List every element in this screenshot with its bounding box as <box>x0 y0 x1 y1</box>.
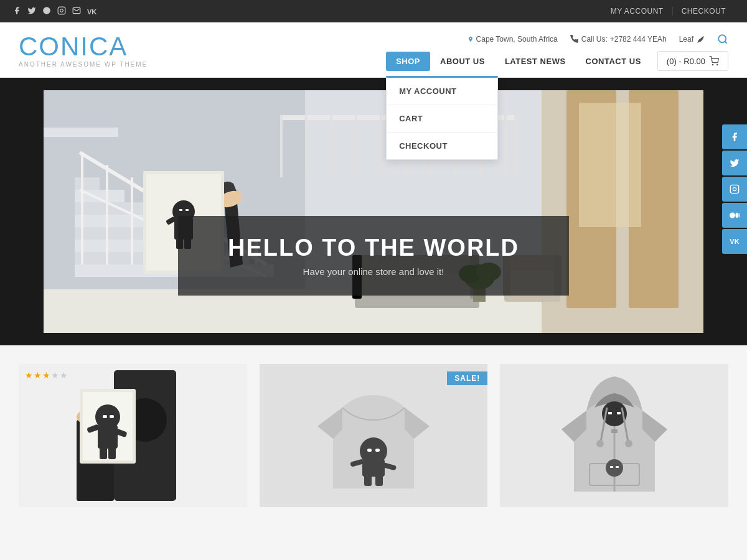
svg-point-107 <box>596 440 604 447</box>
header-right: Cape Town, South Africa Call Us: +2782 4… <box>386 34 728 71</box>
svg-rect-103 <box>608 412 612 414</box>
my-account-top-link[interactable]: MY ACCOUNT <box>602 7 672 16</box>
hero-title: HELLO TO THE WORLD <box>228 235 519 261</box>
social-sidebar: VK <box>722 124 747 254</box>
checkout-top-link[interactable]: CHECKOUT <box>672 7 735 16</box>
nav-contact-us[interactable]: CONTACT US <box>576 52 651 71</box>
svg-rect-95 <box>364 475 372 486</box>
cart-label: (0) - R0.00 <box>667 57 705 66</box>
svg-rect-92 <box>362 459 385 477</box>
star-1: ★ <box>25 370 33 380</box>
hero-overlay: HELLO TO THE WORLD Have your online stor… <box>178 216 569 296</box>
phone-info: Call Us: +2782 444 YEAh <box>570 35 667 44</box>
svg-rect-86 <box>100 447 107 459</box>
product-tshirt-svg <box>311 370 436 501</box>
cart-button[interactable]: (0) - R0.00 <box>657 51 728 71</box>
instagram-social-link[interactable] <box>57 6 66 17</box>
logo-area: CONICA ANOTHER AWESOME WP THEME <box>19 34 386 68</box>
dropdown-my-account[interactable]: MY ACCOUNT <box>387 78 497 105</box>
svg-rect-57 <box>380 115 382 177</box>
svg-rect-96 <box>375 475 383 486</box>
svg-rect-93 <box>367 449 372 452</box>
hero-subtitle: Have your online store and love it! <box>228 266 519 277</box>
svg-point-0 <box>43 7 50 14</box>
svg-point-5 <box>712 64 713 65</box>
sidebar-vk-btn[interactable]: VK <box>722 229 747 254</box>
svg-rect-56 <box>355 115 357 177</box>
search-icon[interactable] <box>717 34 728 45</box>
svg-rect-85 <box>110 415 114 418</box>
facebook-social-link[interactable] <box>12 6 21 17</box>
nav-about-us[interactable]: ABOUT US <box>430 52 495 71</box>
dropdown-cart[interactable]: CART <box>387 105 497 133</box>
svg-line-4 <box>725 41 726 43</box>
svg-rect-87 <box>108 447 116 459</box>
svg-rect-54 <box>305 115 308 177</box>
top-bar: VK MY ACCOUNT CHECKOUT <box>0 0 747 22</box>
hero-illustration <box>44 90 703 333</box>
svg-rect-69 <box>179 209 182 211</box>
svg-rect-100 <box>611 429 618 433</box>
social-links: VK <box>12 6 96 17</box>
product-rating-1: ★ ★ ★ ★ ★ <box>25 370 68 380</box>
product-poster-svg <box>64 370 201 501</box>
product-image-1: ★ ★ ★ ★ ★ <box>19 364 247 507</box>
sale-badge: SALE! <box>447 371 487 385</box>
svg-rect-104 <box>617 412 621 414</box>
vk-social-link[interactable]: VK <box>87 7 96 16</box>
site-tagline: ANOTHER AWESOME WP THEME <box>19 61 386 68</box>
sidebar-twitter-btn[interactable] <box>722 151 747 175</box>
top-nav-links: MY ACCOUNT CHECKOUT <box>602 7 735 16</box>
hero-section: HELLO TO THE WORLD Have your online stor… <box>0 78 747 345</box>
dropdown-checkout[interactable]: CHECKOUT <box>387 133 497 159</box>
star-4: ★ <box>51 370 59 380</box>
products-section: ★ ★ ★ ★ ★ <box>0 345 747 507</box>
leaf-info: Leaf <box>679 35 705 44</box>
svg-rect-83 <box>98 425 118 449</box>
svg-rect-39 <box>44 128 118 137</box>
nav-shop[interactable]: SHOP <box>386 52 430 71</box>
svg-point-108 <box>625 440 632 447</box>
shop-dropdown: MY ACCOUNT CART CHECKOUT <box>386 76 498 160</box>
location-info: Cape Town, South Africa <box>467 35 558 44</box>
star-3: ★ <box>42 370 50 380</box>
mail-social-link[interactable] <box>72 6 81 17</box>
svg-point-6 <box>717 64 718 65</box>
product-card-3[interactable] <box>500 364 728 507</box>
shop-nav-wrapper: SHOP MY ACCOUNT CART CHECKOUT <box>386 52 430 71</box>
product-card-2[interactable]: SALE! <box>260 364 488 507</box>
svg-rect-84 <box>103 415 107 418</box>
star-5: ★ <box>60 370 68 380</box>
sidebar-instagram-btn[interactable] <box>722 177 747 202</box>
svg-rect-22 <box>75 177 100 190</box>
sidebar-medium-btn[interactable] <box>722 203 747 228</box>
product-card-1[interactable]: ★ ★ ★ ★ ★ <box>19 364 247 507</box>
product-hoodie-svg <box>552 367 677 504</box>
twitter-social-link[interactable] <box>27 6 36 17</box>
google-social-link[interactable] <box>42 6 51 17</box>
svg-rect-14 <box>579 103 641 227</box>
svg-rect-1 <box>58 7 65 14</box>
svg-rect-62 <box>504 115 507 177</box>
svg-rect-30 <box>106 165 108 264</box>
header: CONICA ANOTHER AWESOME WP THEME Cape Tow… <box>0 22 747 78</box>
hero-image: HELLO TO THE WORLD Have your online stor… <box>44 90 703 333</box>
svg-rect-111 <box>610 466 613 468</box>
svg-rect-110 <box>608 466 621 469</box>
svg-rect-55 <box>330 115 332 177</box>
nav-latest-news[interactable]: LATEST NEWS <box>495 52 576 71</box>
products-grid: ★ ★ ★ ★ ★ <box>19 364 728 507</box>
svg-rect-112 <box>616 466 619 468</box>
svg-rect-74 <box>730 185 738 193</box>
svg-rect-29 <box>81 152 83 264</box>
product-image-3 <box>500 364 728 507</box>
product-image-2: SALE! <box>260 364 488 507</box>
svg-rect-31 <box>131 177 133 264</box>
sidebar-facebook-btn[interactable] <box>722 124 747 149</box>
star-2: ★ <box>34 370 42 380</box>
header-info: Cape Town, South Africa Call Us: +2782 4… <box>467 34 728 45</box>
svg-rect-70 <box>186 209 189 211</box>
site-logo[interactable]: CONICA <box>19 34 386 60</box>
svg-rect-63 <box>514 115 517 177</box>
svg-rect-94 <box>375 449 380 452</box>
